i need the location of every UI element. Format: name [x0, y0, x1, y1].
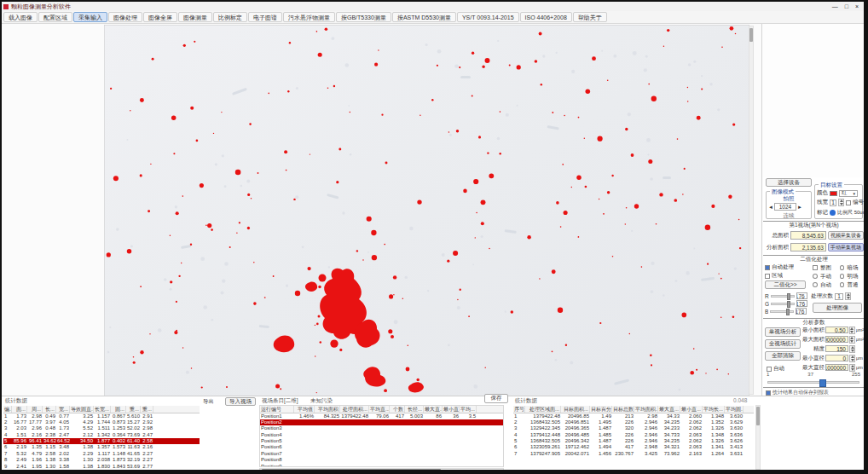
toolbar-button-10[interactable]: 按GB/T5330测量	[336, 12, 391, 22]
process-image-button[interactable]: 处理图像	[813, 303, 862, 313]
cell: 17.77	[27, 419, 43, 425]
table-row[interactable]: 41.512.162.382.472.121.3420.36473.692.47	[3, 432, 200, 438]
toolbar-button-7[interactable]: 比例标定	[213, 12, 247, 22]
toolbar-button-6[interactable]: 图像测量	[178, 12, 212, 22]
g-slider[interactable]	[771, 303, 795, 305]
specimen-image[interactable]	[104, 25, 749, 396]
process-option-toggle[interactable]	[840, 282, 845, 287]
r-slider[interactable]	[771, 295, 795, 298]
save-report-checkbox[interactable]	[766, 390, 771, 396]
table-row[interactable]: Position7	[260, 451, 503, 457]
toolbar-button-8[interactable]: 电子图谱	[248, 12, 282, 22]
process-option-toggle[interactable]	[813, 282, 818, 287]
region-checkbox[interactable]	[765, 274, 770, 279]
table-row[interactable]: Position3	[260, 425, 503, 431]
process-option-toggle[interactable]	[840, 274, 845, 279]
table-row[interactable]: 61323059.26119712.4621.4944172.94834.321…	[513, 444, 754, 450]
single-field-button[interactable]: 单视场分析	[765, 327, 801, 337]
table-row[interactable]: 21368432.50520496.8511.4952262.94634.235…	[513, 419, 754, 425]
table-row[interactable]: 11379422.4820496.851.492132.9834.332.060…	[513, 413, 754, 419]
process-times-field[interactable]: 1	[835, 293, 843, 300]
toolbar-button-3[interactable]: 采集输入	[73, 12, 107, 22]
g-value[interactable]: 176	[796, 300, 807, 307]
param-field[interactable]: 1000000	[825, 364, 848, 371]
field-list-hscrollbar[interactable]	[259, 468, 504, 473]
tab-unknown-contamination[interactable]: 未知污染	[310, 397, 333, 405]
table-row[interactable]: 41379412.44820496.4851.4852262.94634.733…	[513, 432, 754, 438]
linewidth-stepper[interactable]	[838, 199, 844, 206]
mode-photo-option[interactable]: 拍照	[767, 195, 811, 203]
table-row[interactable]: 31329422.34520496.3651.4873202.94634.233…	[513, 425, 754, 431]
auto-checkbox[interactable]	[767, 367, 772, 372]
param-stepper[interactable]	[849, 355, 855, 362]
param-stepper[interactable]	[849, 364, 855, 372]
minimize-button[interactable]: —	[832, 3, 838, 9]
toolbar-button-14[interactable]: 帮助关于	[573, 12, 607, 22]
table-row[interactable]: 107.213.853.753.753.841.2581.37715.112.3…	[3, 470, 200, 472]
toolbar-button-12[interactable]: YS/T 0093.14-2015	[457, 12, 519, 22]
video-capture-button[interactable]: 视频采集设备	[828, 231, 864, 240]
color-dropdown[interactable]: 红▾	[839, 190, 858, 197]
param-stepper[interactable]	[849, 336, 855, 344]
toolbar-button-4[interactable]: 图像处理	[108, 12, 142, 22]
toolbar-button-13[interactable]: ISO 4406+2008	[520, 12, 572, 22]
table-row[interactable]: 75.324.792.582.022.291.1171.14841.652.27	[3, 451, 200, 457]
toolbar-button-11[interactable]: 按ASTM D5530测量	[392, 12, 456, 22]
table-row[interactable]: 92.411.951.301.581.381.8301.84353.692.77	[3, 464, 200, 470]
param-field[interactable]: 0.50	[825, 327, 848, 333]
table-row[interactable]: Position9	[260, 464, 503, 467]
save-button[interactable]: 保存	[484, 394, 508, 403]
table-row[interactable]: 216.7717.773.974.054.291.7440.87315.272.…	[3, 419, 200, 425]
linewidth-field[interactable]: 1	[830, 199, 836, 206]
mark-toggle[interactable]	[830, 210, 836, 216]
image-vertical-scrollbar[interactable]	[749, 26, 754, 395]
table-row[interactable]: 51368432.50520496.3421.4872262.94634.235…	[513, 438, 754, 444]
mode-next-arrow[interactable]: ►	[797, 205, 802, 210]
table-row[interactable]: Position6	[260, 444, 503, 450]
r-value[interactable]: 176	[796, 292, 807, 299]
select-device-button[interactable]: 选择设备	[766, 178, 812, 187]
toolbar-button-1[interactable]: 载入图像	[3, 12, 38, 22]
table-row[interactable]: 11.732.980.490.773.251.1570.8675.6102.91	[3, 413, 200, 419]
close-button[interactable]: ×	[855, 3, 859, 9]
auto-process-checkbox[interactable]	[765, 265, 770, 270]
table-row[interactable]: 82.491.961.383.381.302.0381.87332.192.27	[3, 457, 200, 463]
bottom-vertical-scrollbar[interactable]	[755, 405, 761, 470]
table-row[interactable]: Position5	[260, 438, 503, 444]
table-row[interactable]: 71379247.90520042.0711.456230.7673.42573…	[513, 451, 754, 457]
export-button[interactable]: 导出	[203, 398, 214, 406]
mode-value-field[interactable]: 1024	[774, 203, 796, 211]
b-slider[interactable]	[770, 310, 794, 313]
process-option-toggle[interactable]	[840, 265, 845, 270]
tab-field-list[interactable]: 视场条目[二维]	[262, 397, 298, 405]
toolbar-button-9[interactable]: 污水悬浮物测量	[283, 12, 335, 22]
process-option-toggle[interactable]	[813, 274, 818, 279]
manual-capture-button[interactable]: 手动采集视场	[828, 243, 864, 251]
mode-prev-arrow[interactable]: ◄	[768, 205, 773, 210]
param-field[interactable]: 150	[825, 345, 848, 352]
param-stepper[interactable]	[849, 345, 855, 353]
table-row[interactable]: Position11.46%84.3251379422.4879.064175.…	[260, 413, 503, 419]
import-field-button[interactable]: 导入视场	[225, 397, 256, 406]
table-row[interactable]: Position8	[260, 457, 503, 463]
all-fields-button[interactable]: 全视场统计	[765, 339, 801, 349]
param-stepper[interactable]	[849, 327, 855, 334]
table-row[interactable]: 62.191.351.153.481.381.3571.57311.632.16	[3, 444, 200, 450]
threshold-slider[interactable]	[767, 381, 859, 384]
process-times-stepper[interactable]	[845, 292, 851, 300]
toolbar-button-2[interactable]: 配置区域	[38, 12, 72, 22]
param-field[interactable]: 0	[825, 355, 848, 361]
table-row[interactable]: 585.9696.4134.6264.5234.501.8770.40261.4…	[3, 438, 200, 444]
number-checkbox[interactable]	[846, 200, 851, 205]
mode-live-option[interactable]: 连续	[767, 212, 811, 220]
clear-all-button[interactable]: 全部清除	[765, 351, 801, 361]
toolbar-button-5[interactable]: 图像全屏	[143, 12, 177, 22]
maximize-button[interactable]: □	[845, 3, 848, 9]
table-row[interactable]: Position4	[260, 432, 503, 438]
process-option-toggle[interactable]	[813, 265, 818, 270]
b-value[interactable]: 176	[796, 308, 807, 315]
param-field[interactable]: 100000000	[825, 336, 848, 343]
table-row[interactable]: Position2	[260, 419, 503, 425]
table-row[interactable]: 32.032.960.481.735.521.5111.25352.022.98	[3, 425, 200, 431]
binarize-button[interactable]: 二值化>>	[765, 280, 806, 289]
